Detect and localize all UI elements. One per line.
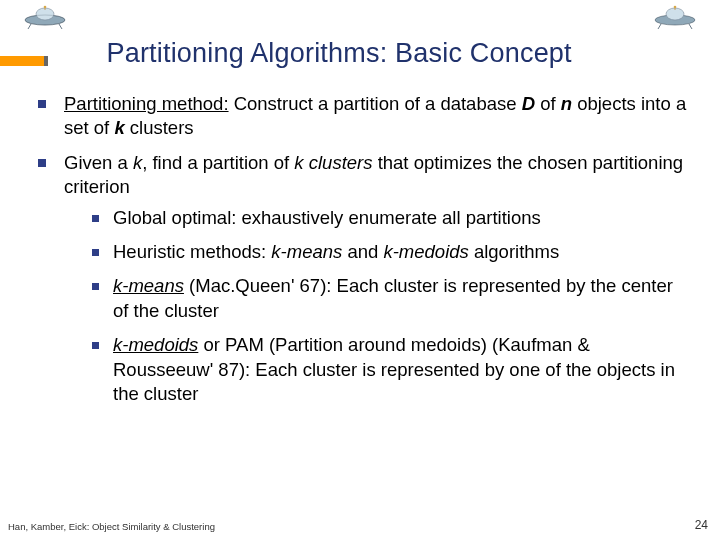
slide-number: 24 <box>695 518 708 532</box>
text-italic-underline: k-medoids <box>113 334 198 355</box>
text-emph: n <box>561 93 572 114</box>
title-accent-bar <box>0 56 48 66</box>
bullet-icon <box>92 283 99 290</box>
decoration-ufo-right <box>652 4 698 34</box>
bullet-item: Partitioning method: Construct a partiti… <box>38 92 692 141</box>
bullet-icon <box>38 100 46 108</box>
sub-bullet-item: Heuristic methods: k-means and k-medoids… <box>92 240 692 264</box>
text-italic: k <box>133 152 142 173</box>
bullet-icon <box>92 249 99 256</box>
bullet-text: k-means (Mac.Queen' 67): Each cluster is… <box>113 274 692 323</box>
bullet-icon <box>38 159 46 167</box>
bullet-text: Given a k, find a partition of k cluster… <box>64 151 692 200</box>
decoration-ufo-left <box>22 4 68 34</box>
bullet-text: Heuristic methods: k-means and k-medoids… <box>113 240 692 264</box>
bullet-item: Given a k, find a partition of k cluster… <box>38 151 692 200</box>
text: and <box>342 241 383 262</box>
bullet-icon <box>92 342 99 349</box>
text-underline: Partitioning method: <box>64 93 229 114</box>
text: algorithms <box>469 241 559 262</box>
sub-bullet-item: Global optimal: exhaustively enumerate a… <box>92 206 692 230</box>
sub-bullet-list: Global optimal: exhaustively enumerate a… <box>92 206 692 407</box>
svg-line-4 <box>59 24 62 29</box>
bullet-text: k-medoids or PAM (Partition around medoi… <box>113 333 692 406</box>
text: , find a partition of <box>142 152 294 173</box>
svg-line-9 <box>658 24 661 29</box>
bullet-text: Partitioning method: Construct a partiti… <box>64 92 692 141</box>
bullet-icon <box>92 215 99 222</box>
text: (Mac.Queen' 67): Each cluster is represe… <box>113 275 673 320</box>
svg-point-5 <box>44 6 47 9</box>
text: or PAM (Partition around medoids) (Kaufm… <box>113 334 675 404</box>
text-italic-underline: k-means <box>113 275 184 296</box>
text-italic: k-medoids <box>383 241 468 262</box>
slide-title: Partitioning Algorithms: Basic Concept <box>106 38 571 69</box>
text: Construct a partition of a database <box>229 93 522 114</box>
text: clusters <box>125 117 194 138</box>
text-italic: k-means <box>271 241 342 262</box>
sub-bullet-item: k-medoids or PAM (Partition around medoi… <box>92 333 692 406</box>
bullet-text: Global optimal: exhaustively enumerate a… <box>113 206 692 230</box>
svg-line-10 <box>689 24 692 29</box>
footer-credits: Han, Kamber, Eick: Object Similarity & C… <box>8 521 215 532</box>
text-emph: k <box>114 117 124 138</box>
slide-title-block: Partitioning Algorithms: Basic Concept <box>0 38 720 69</box>
text-emph: D <box>522 93 535 114</box>
text: Given a <box>64 152 133 173</box>
text: Heuristic methods: <box>113 241 271 262</box>
svg-line-3 <box>28 24 31 29</box>
text-italic: k clusters <box>294 152 372 173</box>
text: of <box>535 93 561 114</box>
sub-bullet-item: k-means (Mac.Queen' 67): Each cluster is… <box>92 274 692 323</box>
svg-point-11 <box>674 6 677 9</box>
slide-body: Partitioning method: Construct a partiti… <box>38 92 692 416</box>
